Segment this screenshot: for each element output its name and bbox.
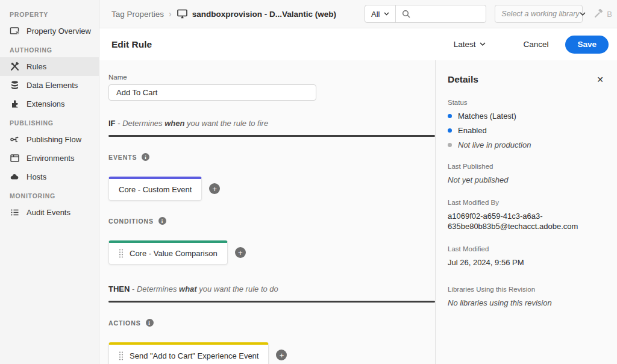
action-card[interactable]: Send "Add to Cart" Experience Event [108,342,269,364]
clause-lead: Determines [122,119,164,128]
actions-section-label: ACTIONS i [108,319,435,327]
status-text: Not live in production [458,140,531,149]
details-header: Details ✕ [448,74,605,86]
chevron-down-icon [384,12,389,16]
status-item: Matches (Latest) [448,111,605,121]
rule-name-input[interactable] [108,84,316,101]
action-card-label: Send "Add to Cart" Experience Event [130,351,258,360]
sidebar-item-property-overview[interactable]: Property Overview [0,22,99,40]
search-field-area [396,10,486,19]
status-text: Matches (Latest) [458,111,516,121]
build-button-label: B [607,10,612,19]
save-button[interactable]: Save [565,36,609,54]
audit-events-icon [10,207,20,218]
search-scope-dropdown[interactable]: All [365,5,396,22]
breadcrumb-separator: › [169,9,172,19]
last-modified-by-label: Last Modified By [448,199,605,206]
info-icon[interactable]: i [146,319,154,327]
drag-handle-icon[interactable] [119,248,124,259]
build-button[interactable]: B [589,5,617,23]
close-icon[interactable]: ✕ [595,74,605,86]
build-hammer-icon [594,9,603,19]
breadcrumb-tag-properties[interactable]: Tag Properties [111,10,164,19]
clause-lead: Determines [137,284,179,293]
cancel-button[interactable]: Cancel [523,40,548,49]
events-card-row: Core - Custom Event + [108,177,435,201]
then-keyword: THEN [108,284,130,293]
top-bar: Tag Properties › sandboxprovision - D...… [99,0,617,28]
sidebar-item-environments[interactable]: Environments [0,149,99,168]
add-event-button[interactable]: + [209,183,220,194]
extensions-icon [10,99,20,109]
status-dot-blue [448,128,452,133]
revision-value: Latest [454,40,476,49]
edit-rule-actions: Latest Cancel Save [454,36,609,54]
clause-dash: - [116,119,123,128]
status-item: Enabled [448,126,605,135]
sidebar-item-label: Publishing Flow [27,135,81,144]
clause-tail: you want the rule to do [197,284,278,293]
condition-card-label: Core - Value Comparison [130,249,218,258]
sidebar-item-rules[interactable]: Rules [0,57,99,76]
working-library-dropdown[interactable]: Select a working library [495,5,583,23]
main-content: Name IF - Determines when you want the r… [99,60,617,364]
sidebar-section-monitoring: MONITORING [0,186,99,203]
chevron-down-icon [480,42,486,46]
sidebar-item-data-elements[interactable]: Data Elements [0,76,99,95]
sidebar-item-extensions[interactable]: Extensions [0,95,99,113]
revision-dropdown[interactable]: Latest [454,40,486,49]
sidebar: PROPERTY Property Overview AUTHORING Rul… [0,0,99,364]
property-overview-icon [10,26,20,36]
rules-icon [10,61,20,72]
last-published-label: Last Published [448,163,605,170]
sidebar-section-authoring: AUTHORING [0,40,99,57]
events-section-label: EVENTS i [108,153,435,161]
breadcrumb: Tag Properties › sandboxprovision - D...… [111,9,336,19]
status-dot-gray [448,143,452,147]
sidebar-item-label: Data Elements [27,81,78,90]
if-keyword: IF [108,119,116,128]
event-card-label: Core - Custom Event [119,185,192,194]
rule-editor: Name IF - Determines when you want the r… [99,60,435,364]
sidebar-item-hosts[interactable]: Hosts [0,168,99,186]
search-input[interactable] [414,10,480,19]
sidebar-item-publishing-flow[interactable]: Publishing Flow [0,130,99,149]
add-action-button[interactable]: + [276,350,287,360]
edit-rule-header: Edit Rule Latest Cancel Save [99,28,617,60]
publishing-flow-icon [10,134,20,145]
sidebar-item-audit-events[interactable]: Audit Events [0,203,99,222]
name-label: Name [108,74,435,81]
working-library-placeholder: Select a working library [501,10,579,18]
search-scope-value: All [371,10,380,19]
sidebar-item-label: Hosts [27,172,46,181]
conditions-card-row: Core - Value Comparison + [108,240,435,265]
status-text: Enabled [458,126,487,135]
sidebar-section-publishing: PUBLISHING [0,113,99,130]
actions-label-text: ACTIONS [108,319,141,327]
event-card[interactable]: Core - Custom Event [108,177,202,201]
then-clause: THEN - Determines what you want the rule… [108,284,435,293]
libraries-label: Libraries Using this Revision [448,286,605,293]
status-item: Not live in production [448,140,605,149]
conditions-section-label: CONDITIONS i [108,217,435,225]
clause-tail: you want the rule to fire [184,119,268,128]
breadcrumb-current-property: sandboxprovision - D...Valantic (web) [177,9,336,19]
environments-icon [10,153,20,163]
libraries-value: No libraries using this revision [448,298,605,309]
status-dot-blue [448,114,452,118]
add-condition-button[interactable]: + [235,247,246,258]
sidebar-item-label: Property Overview [27,27,91,36]
clause-dash: - [130,284,137,293]
clause-emphasis: what [179,284,197,293]
if-divider [108,135,435,137]
info-icon[interactable]: i [158,217,166,225]
last-modified-label: Last Modified [448,245,605,253]
chevron-down-icon [580,12,586,16]
status-label: Status [448,99,605,106]
drag-handle-icon[interactable] [119,351,124,361]
info-icon[interactable]: i [142,153,149,161]
sidebar-item-label: Audit Events [27,208,70,217]
last-modified-by-value: a1069f02-a659-41c3-a6a3-635be80b83b5@tec… [448,211,587,232]
condition-card[interactable]: Core - Value Comparison [108,240,228,265]
conditions-label-text: CONDITIONS [108,218,154,225]
